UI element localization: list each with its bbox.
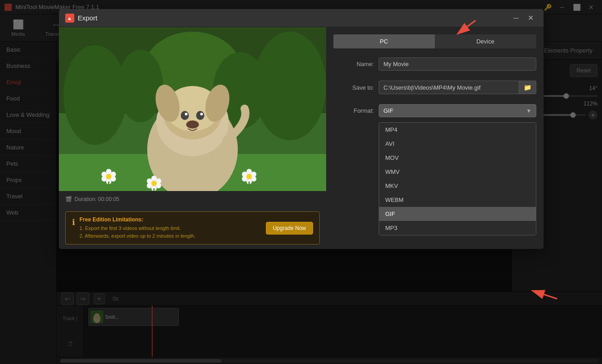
tab-device[interactable]: Device — [435, 34, 536, 48]
save-to-label: Save to: — [333, 84, 374, 91]
platform-tabs: PC Device — [333, 34, 536, 48]
modal-overlay: ▲ Export ─ ✕ — [0, 0, 602, 364]
modal-body: 🎬 Duration: 00:00:05 ℹ Free Edition Limi… — [59, 27, 544, 249]
modal-settings: PC Device Name: Save to: 📁 — [326, 27, 544, 249]
export-modal-icon: ▲ — [65, 14, 74, 23]
svg-point-50 — [118, 50, 163, 122]
format-option-mp4[interactable]: MP4 — [379, 123, 536, 137]
name-label: Name: — [333, 61, 374, 67]
format-option-avi[interactable]: AVI — [379, 137, 536, 151]
svg-point-47 — [63, 45, 127, 145]
svg-point-58 — [181, 111, 189, 120]
name-row: Name: — [333, 57, 536, 71]
duration-text: Duration: 00:00:05 — [75, 196, 120, 202]
svg-point-62 — [186, 120, 199, 129]
modal-title-bar: ▲ Export ─ ✕ — [59, 9, 544, 27]
format-option-webm[interactable]: WEBM — [379, 193, 536, 207]
upgrade-button[interactable]: Upgrade Now — [266, 222, 313, 235]
svg-point-60 — [185, 113, 188, 115]
svg-point-70 — [106, 174, 111, 179]
format-label: Format: — [333, 107, 374, 114]
warning-box: ℹ Free Edition Limitations: 1. Export th… — [65, 211, 320, 244]
save-path-input[interactable] — [379, 81, 519, 94]
export-modal: ▲ Export ─ ✕ — [59, 9, 544, 249]
format-option-mp3[interactable]: MP3 — [379, 221, 536, 235]
svg-point-88 — [246, 174, 252, 179]
format-row: Format: GIF ▼ MP4 AVI MOV WMV MKV — [333, 104, 536, 117]
svg-point-79 — [151, 181, 157, 186]
svg-point-73 — [151, 176, 157, 181]
svg-point-82 — [246, 169, 252, 174]
browse-button[interactable]: 📁 — [519, 81, 536, 94]
modal-info-bar: 🎬 Duration: 00:00:05 — [59, 191, 326, 207]
warning-icon: ℹ — [72, 217, 75, 227]
name-input[interactable] — [379, 57, 536, 71]
format-dropdown: MP4 AVI MOV WMV MKV WEBM GIF MP3 — [379, 122, 536, 235]
modal-preview-image — [59, 27, 326, 191]
svg-point-61 — [200, 113, 203, 115]
svg-point-64 — [106, 169, 111, 174]
format-option-gif[interactable]: GIF — [379, 207, 536, 221]
svg-point-59 — [196, 111, 204, 120]
warning-line1: 1. Export the first 3 videos without len… — [80, 225, 262, 232]
save-to-row: Save to: 📁 — [333, 81, 536, 94]
format-select[interactable]: GIF — [379, 104, 536, 117]
warning-title: Free Edition Limitations: — [80, 216, 262, 223]
modal-minimize-button[interactable]: ─ — [510, 12, 523, 24]
warning-line2: 2. Afterwards, export video up to 2 minu… — [80, 232, 262, 240]
modal-title-text: Export — [78, 14, 97, 22]
modal-close-button[interactable]: ✕ — [525, 12, 537, 24]
format-option-mkv[interactable]: MKV — [379, 179, 536, 193]
film-icon: 🎬 — [65, 196, 72, 202]
format-option-mov[interactable]: MOV — [379, 151, 536, 165]
tab-pc[interactable]: PC — [333, 34, 435, 48]
format-option-wmv[interactable]: WMV — [379, 165, 536, 179]
